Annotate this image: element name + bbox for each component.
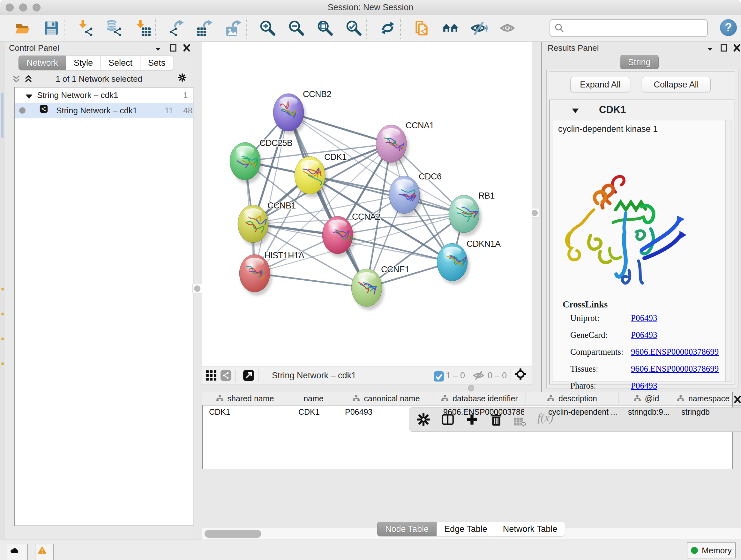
crosslink-link[interactable]: P06493 — [631, 313, 657, 323]
crosslink-label: GeneCard: — [570, 330, 608, 340]
zoom-selected-icon[interactable] — [345, 19, 362, 37]
table-cell[interactable]: cyclin-dependent ... — [548, 406, 616, 420]
tab-sets[interactable]: Sets — [140, 56, 173, 70]
table-cell[interactable]: CDK1 — [209, 406, 286, 420]
network-node-RB1[interactable]: RB1 — [449, 191, 495, 236]
network-grid-view-icon[interactable] — [205, 370, 217, 381]
tab-style[interactable]: Style — [66, 56, 101, 70]
network-node-CCNA1[interactable]: CCNA1 — [376, 121, 434, 166]
results-panel-title: Results Panel — [548, 43, 599, 53]
left-splitter-handle[interactable] — [192, 284, 202, 294]
crosslink-link[interactable]: 9606.ENSP00000378699 — [631, 364, 719, 374]
collapse-all-button[interactable]: Collapse All — [642, 77, 711, 92]
network-canvas[interactable]: CCNB2CCNA1CDC25BCDK1CDC6RB1CCNB1CCNA2CDK… — [202, 42, 532, 367]
network-node-CDKN1A[interactable]: CDKN1A — [437, 239, 501, 285]
tab-network-table[interactable]: Network Table — [495, 522, 565, 537]
network-node-CDC6[interactable]: CDC6 — [389, 172, 442, 217]
table-cell[interactable]: 9606.ENSP00000378699 — [443, 406, 524, 420]
table-panel: Table Panel f(x) shared namenamecanonica… — [202, 392, 741, 540]
table-cell[interactable]: P06493 — [345, 406, 431, 420]
cloud-button[interactable] — [7, 544, 28, 560]
import-database-icon[interactable] — [105, 19, 123, 37]
table-cell[interactable]: stringdb — [681, 406, 731, 420]
status-bar: Memory — [0, 540, 741, 560]
shared-column-icon — [441, 395, 449, 402]
network-node-HIST1H1A[interactable]: HIST1H1A — [239, 251, 305, 296]
search-input[interactable] — [565, 21, 707, 35]
crosslink-row: GeneCard:P06493 — [570, 330, 724, 344]
column-header-name[interactable]: name — [288, 392, 339, 405]
table-cell[interactable]: CDK1 — [298, 406, 337, 420]
tab-edge-table[interactable]: Edge Table — [436, 522, 495, 537]
column-header-description[interactable]: description — [526, 392, 618, 405]
network-node-CCNB1[interactable]: CCNB1 — [238, 201, 296, 246]
gene-expander-icon[interactable] — [571, 107, 578, 112]
export-image-icon[interactable] — [225, 19, 243, 37]
panel-close-icon[interactable] — [733, 395, 741, 403]
crosslink-row: Uniprot:P06493 — [570, 313, 724, 327]
network-view-toolbar: String Network – cdk1 1 – 0 0 – 0 — [202, 367, 532, 384]
column-header-canonicalname[interactable]: canonical name — [339, 392, 433, 405]
help-button[interactable]: ? — [720, 19, 737, 36]
panel-menu-icon[interactable] — [154, 45, 162, 53]
column-header-id[interactable]: @id — [618, 392, 674, 405]
import-table-icon[interactable] — [134, 19, 151, 37]
memory-button[interactable]: Memory — [687, 543, 736, 558]
search-box[interactable] — [549, 19, 708, 37]
tab-node-table[interactable]: Node Table — [377, 522, 436, 537]
refresh-layout-icon[interactable] — [379, 19, 396, 37]
column-header-databaseidentifier[interactable]: database identifier — [433, 392, 526, 405]
zoom-fit-icon[interactable] — [317, 19, 334, 37]
hide-eye-icon[interactable] — [470, 19, 488, 37]
zoom-out-icon[interactable] — [288, 19, 305, 37]
zoom-in-icon[interactable] — [259, 19, 276, 37]
network-edge[interactable] — [288, 112, 367, 288]
copy-share-icon[interactable] — [413, 19, 430, 37]
table-scrollbar-thumb[interactable] — [205, 530, 261, 538]
panel-float-icon[interactable] — [720, 44, 728, 52]
network-list: String Network – cdk1 1 String Network –… — [14, 87, 193, 526]
column-header-sharedname[interactable]: shared name — [202, 392, 288, 405]
right-splitter-line — [541, 42, 542, 392]
collection-expander-icon[interactable] — [25, 92, 31, 98]
tab-string[interactable]: String — [620, 55, 659, 70]
panel-close-icon[interactable] — [183, 44, 191, 52]
import-network-icon[interactable] — [77, 19, 94, 37]
export-table-icon[interactable] — [197, 19, 214, 37]
crosslink-link[interactable]: 9606.ENSP00000378699 — [631, 347, 719, 357]
crosslink-link[interactable]: P06493 — [631, 381, 657, 391]
tab-select[interactable]: Select — [101, 56, 140, 70]
side-strip-dot — [1, 337, 4, 340]
selected-checkbox-icon[interactable] — [433, 371, 443, 380]
network-collection-row[interactable]: String Network – cdk1 1 — [15, 87, 193, 103]
results-scrollbar[interactable] — [725, 120, 731, 381]
control-panel: Control Panel NetworkStyleSelectSets 1 o… — [5, 42, 191, 539]
column-label: shared name — [227, 394, 274, 403]
table-cell[interactable]: stringdb:9... — [628, 406, 672, 420]
column-label: description — [558, 394, 597, 403]
crosshair-icon[interactable] — [515, 368, 529, 382]
save-session-icon[interactable] — [43, 19, 60, 37]
tab-network[interactable]: Network — [18, 56, 66, 70]
hidden-eye-icon[interactable] — [473, 370, 484, 381]
network-row[interactable]: String Network – cdk1 11 48 — [15, 103, 193, 118]
network-node-CCNB2[interactable]: CCNB2 — [273, 89, 331, 135]
network-share-icon[interactable] — [220, 370, 232, 381]
network-edge[interactable] — [255, 112, 288, 273]
network-node-CDC25B[interactable]: CDC25B — [230, 138, 293, 184]
panel-float-icon[interactable] — [169, 44, 178, 52]
crosslink-link[interactable]: P06493 — [631, 330, 657, 340]
panel-menu-icon[interactable] — [706, 45, 714, 53]
panel-close-icon[interactable] — [733, 44, 741, 52]
open-session-icon[interactable] — [14, 19, 31, 37]
expand-all-button[interactable]: Expand All — [570, 77, 630, 92]
network-node-CCNE1[interactable]: CCNE1 — [351, 265, 409, 310]
gear-icon[interactable] — [178, 73, 188, 84]
column-header-namespace[interactable]: namespace — [674, 392, 732, 405]
birds-eye-view-icon[interactable] — [243, 370, 254, 381]
string-home-icon[interactable] — [442, 19, 459, 37]
export-network-icon[interactable] — [168, 19, 185, 37]
show-eye-icon[interactable] — [499, 19, 516, 37]
warning-button[interactable] — [35, 544, 54, 560]
horizontal-splitter-handle[interactable] — [468, 385, 474, 391]
